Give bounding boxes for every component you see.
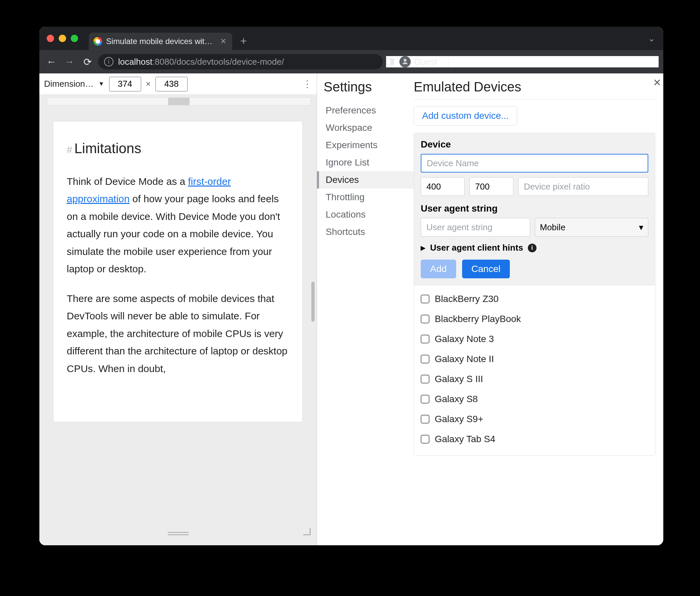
info-icon[interactable]: i	[528, 244, 536, 252]
device-name-input[interactable]	[421, 154, 648, 173]
settings-nav-item-locations[interactable]: Locations	[317, 206, 414, 223]
device-height-input[interactable]	[470, 177, 514, 196]
page-content: #Limitations Think of Device Mode as a f…	[53, 122, 302, 404]
device-mode-canvas: #Limitations Think of Device Mode as a f…	[40, 95, 317, 545]
device-list-item[interactable]: Galaxy Note 3	[421, 329, 648, 349]
settings-nav-item-shortcuts[interactable]: Shortcuts	[317, 223, 414, 241]
page-title: Emulated Devices	[414, 79, 655, 95]
tab-title: Simulate mobile devices with D	[106, 37, 216, 46]
disclosure-triangle-icon: ▶	[421, 244, 425, 252]
checkbox[interactable]	[421, 415, 429, 423]
device-list-item-label: Galaxy Note 3	[435, 334, 494, 344]
device-list-item[interactable]: BlackBerry Z30	[421, 289, 648, 309]
device-mode-toolbar: Dimension… ▼ × ⋮	[40, 73, 317, 95]
checkbox[interactable]	[421, 335, 429, 343]
device-list-item-label: Galaxy S8	[435, 394, 478, 404]
side-panel-icon[interactable]	[386, 58, 394, 65]
new-tab-button[interactable]: +	[237, 34, 250, 47]
checkbox[interactable]	[421, 295, 429, 303]
resize-handle-corner[interactable]	[303, 528, 310, 535]
dimensions-dropdown-label: Dimension…	[44, 79, 94, 89]
nav-forward-icon: →	[62, 56, 77, 68]
checkbox[interactable]	[421, 375, 429, 383]
profile-label: Guest	[414, 57, 437, 67]
device-list: BlackBerry Z30Blackberry PlayBookGalaxy …	[414, 285, 655, 455]
settings-nav-item-ignore-list[interactable]: Ignore List	[317, 154, 414, 171]
device-list-item-label: BlackBerry Z30	[435, 294, 498, 304]
device-section-label: Device	[421, 139, 648, 150]
device-list-item-label: Galaxy S9+	[435, 414, 483, 424]
window-zoom-icon[interactable]	[71, 35, 78, 42]
nav-reload-icon[interactable]: ⟳	[80, 56, 95, 68]
browser-tab[interactable]: Simulate mobile devices with D ✕	[89, 33, 232, 50]
settings-nav-item-throttling[interactable]: Throttling	[317, 189, 414, 206]
device-list-item[interactable]: Galaxy S8	[421, 389, 648, 409]
anchor-hash-icon[interactable]: #	[67, 144, 72, 155]
ua-client-hints-label: User agent client hints	[430, 243, 523, 253]
resize-handle-bottom[interactable]	[168, 532, 189, 535]
article-paragraph: There are some aspects of mobile devices…	[67, 290, 289, 378]
settings-title: Settings	[324, 79, 414, 95]
window-close-icon[interactable]	[47, 35, 54, 42]
device-list-item-label: Galaxy Note II	[435, 354, 494, 365]
profile-button[interactable]: Guest	[399, 56, 437, 68]
scrollbar-thumb[interactable]	[311, 282, 315, 322]
toolbar: ← → ⟳ i localhost:8080/docs/devtools/dev…	[40, 50, 663, 73]
devtools-settings-pane: Settings PreferencesWorkspaceExperiments…	[317, 73, 663, 545]
article-paragraph: Think of Device Mode as a first-order ap…	[67, 173, 289, 278]
dimensions-separator: ×	[146, 79, 151, 89]
titlebar: Simulate mobile devices with D ✕ + ⌄	[40, 27, 663, 50]
device-list-item[interactable]: Galaxy Tab S4	[421, 429, 648, 449]
avatar-icon	[399, 56, 411, 68]
device-editor-panel: Device User agent string	[414, 133, 655, 455]
user-agent-input[interactable]	[421, 218, 530, 237]
add-button[interactable]: Add	[421, 259, 456, 278]
cancel-button[interactable]: Cancel	[462, 259, 510, 278]
device-list-item-label: Blackberry PlayBook	[435, 314, 521, 324]
chevron-down-icon: ▾	[639, 222, 643, 232]
settings-close-icon[interactable]: ✕	[653, 77, 661, 89]
device-pixel-ratio-input[interactable]	[518, 177, 648, 196]
chrome-favicon-icon	[94, 37, 102, 46]
viewport-width-input[interactable]	[109, 77, 141, 92]
site-info-icon[interactable]: i	[104, 57, 114, 67]
settings-nav-item-workspace[interactable]: Workspace	[317, 119, 414, 136]
add-custom-device-button[interactable]: Add custom device...	[414, 106, 517, 125]
settings-nav-item-preferences[interactable]: Preferences	[317, 102, 414, 119]
nav-back-icon[interactable]: ←	[44, 56, 59, 68]
device-mode-pane: Dimension… ▼ × ⋮ #Limitations Think of	[40, 73, 317, 545]
browser-window: Simulate mobile devices with D ✕ + ⌄ ← →…	[40, 27, 663, 545]
device-list-item-label: Galaxy Tab S4	[435, 434, 496, 445]
settings-nav-item-experiments[interactable]: Experiments	[317, 136, 414, 154]
device-list-item[interactable]: Blackberry PlayBook	[421, 309, 648, 329]
viewport-height-input[interactable]	[155, 77, 188, 92]
tabstrip-chevron-icon[interactable]: ⌄	[648, 33, 657, 44]
user-agent-section-label: User agent string	[421, 203, 648, 214]
device-list-item[interactable]: Galaxy S9+	[421, 409, 648, 429]
url-text: localhost:8080/docs/devtools/device-mode…	[118, 57, 284, 67]
ruler	[47, 97, 310, 105]
browser-menu-icon[interactable]: ⋮	[443, 56, 454, 68]
checkbox[interactable]	[421, 315, 429, 323]
window-controls	[47, 35, 78, 42]
article-heading: #Limitations	[67, 136, 289, 161]
ua-client-hints-disclosure[interactable]: ▶ User agent client hints i	[421, 243, 648, 253]
window-minimize-icon[interactable]	[59, 35, 66, 42]
user-agent-type-select[interactable]: Mobile ▾	[535, 218, 648, 237]
device-list-item-label: Galaxy S III	[435, 374, 483, 384]
checkbox[interactable]	[421, 395, 429, 403]
settings-nav: Settings PreferencesWorkspaceExperiments…	[317, 73, 414, 545]
device-width-input[interactable]	[421, 177, 465, 196]
checkbox[interactable]	[421, 435, 429, 444]
dimensions-dropdown[interactable]: ▼	[98, 80, 104, 88]
tab-close-icon[interactable]: ✕	[220, 37, 226, 46]
divider	[414, 99, 655, 99]
device-mode-more-icon[interactable]: ⋮	[303, 78, 312, 90]
device-list-item[interactable]: Galaxy Note II	[421, 349, 648, 369]
device-list-item[interactable]: Galaxy S III	[421, 369, 648, 389]
omnibox[interactable]: i localhost:8080/docs/devtools/device-mo…	[98, 54, 383, 69]
settings-nav-item-devices[interactable]: Devices	[317, 171, 414, 189]
emulated-viewport[interactable]: #Limitations Think of Device Mode as a f…	[53, 122, 302, 422]
checkbox[interactable]	[421, 355, 429, 364]
user-agent-type-value: Mobile	[540, 222, 566, 232]
